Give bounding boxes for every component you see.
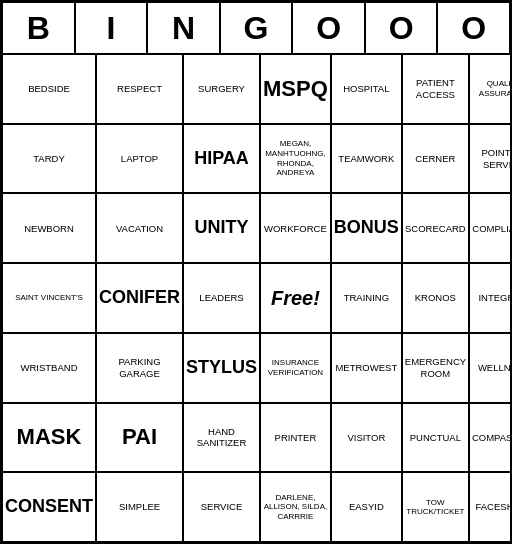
- bingo-cell-44: SERVICE: [183, 472, 260, 542]
- bingo-cell-4: HOSPITAL: [331, 54, 402, 124]
- bingo-cell-2: SURGERY: [183, 54, 260, 124]
- bingo-cell-35: MASK: [2, 403, 96, 473]
- bingo-cell-19: SCORECARD: [402, 193, 469, 263]
- bingo-cell-18: BONUS: [331, 193, 402, 263]
- bingo-header: BINGOOO: [2, 2, 510, 54]
- bingo-cell-13: POINT OF SERVICE: [469, 124, 512, 194]
- bingo-cell-6: QUALITY ASSURANCE: [469, 54, 512, 124]
- bingo-cell-9: HIPAA: [183, 124, 260, 194]
- bingo-cell-27: INTEGRITY: [469, 263, 512, 333]
- bingo-cell-12: CERNER: [402, 124, 469, 194]
- bingo-cell-0: BEDSIDE: [2, 54, 96, 124]
- header-letter-O: O: [437, 2, 510, 54]
- header-letter-I: I: [75, 2, 148, 54]
- bingo-cell-10: MEGAN, MANHTUOHNG, RHONDA, ANDREYA: [260, 124, 331, 194]
- bingo-cell-23: LEADERS: [183, 263, 260, 333]
- bingo-cell-46: EASYID: [331, 472, 402, 542]
- bingo-cell-11: TEAMWORK: [331, 124, 402, 194]
- bingo-cell-15: VACATION: [96, 193, 183, 263]
- bingo-cell-31: INSURANCE VERIFICATION: [260, 333, 331, 403]
- bingo-cell-17: WORKFORCE: [260, 193, 331, 263]
- bingo-cell-21: SAINT VINCENT'S: [2, 263, 96, 333]
- bingo-cell-37: HAND SANITIZER: [183, 403, 260, 473]
- bingo-cell-30: STYLUS: [183, 333, 260, 403]
- bingo-cell-14: NEWBORN: [2, 193, 96, 263]
- header-letter-G: G: [220, 2, 293, 54]
- bingo-cell-32: METROWEST: [331, 333, 402, 403]
- bingo-cell-26: KRONOS: [402, 263, 469, 333]
- bingo-cell-47: TOW TRUCK/TICKET: [402, 472, 469, 542]
- bingo-cell-24: Free!: [260, 263, 331, 333]
- bingo-cell-28: WRISTBAND: [2, 333, 96, 403]
- bingo-cell-8: LAPTOP: [96, 124, 183, 194]
- header-letter-B: B: [2, 2, 75, 54]
- bingo-cell-34: WELLNESS: [469, 333, 512, 403]
- bingo-cell-22: CONIFER: [96, 263, 183, 333]
- bingo-cell-41: COMPASSION: [469, 403, 512, 473]
- header-letter-N: N: [147, 2, 220, 54]
- bingo-cell-40: PUNCTUAL: [402, 403, 469, 473]
- bingo-cell-39: VISITOR: [331, 403, 402, 473]
- bingo-card: BINGOOO BEDSIDERESPECTSURGERYMSPQHOSPITA…: [0, 0, 512, 544]
- bingo-cell-16: UNITY: [183, 193, 260, 263]
- bingo-cell-29: PARKING GARAGE: [96, 333, 183, 403]
- bingo-cell-33: EMERGENCY ROOM: [402, 333, 469, 403]
- header-letter-O: O: [365, 2, 438, 54]
- bingo-cell-38: PRINTER: [260, 403, 331, 473]
- bingo-cell-36: PAI: [96, 403, 183, 473]
- bingo-cell-1: RESPECT: [96, 54, 183, 124]
- bingo-cell-20: COMPLIANCE: [469, 193, 512, 263]
- bingo-grid: BEDSIDERESPECTSURGERYMSPQHOSPITALPATIENT…: [2, 54, 510, 542]
- bingo-cell-45: DARLENE, ALLISON, SILDA, CARRRIE: [260, 472, 331, 542]
- bingo-cell-5: PATIENT ACCESS: [402, 54, 469, 124]
- header-letter-O: O: [292, 2, 365, 54]
- bingo-cell-48: FACESHEET: [469, 472, 512, 542]
- bingo-cell-42: CONSENT: [2, 472, 96, 542]
- bingo-cell-25: TRAINING: [331, 263, 402, 333]
- bingo-cell-7: TARDY: [2, 124, 96, 194]
- bingo-cell-3: MSPQ: [260, 54, 331, 124]
- bingo-cell-43: SIMPLEE: [96, 472, 183, 542]
